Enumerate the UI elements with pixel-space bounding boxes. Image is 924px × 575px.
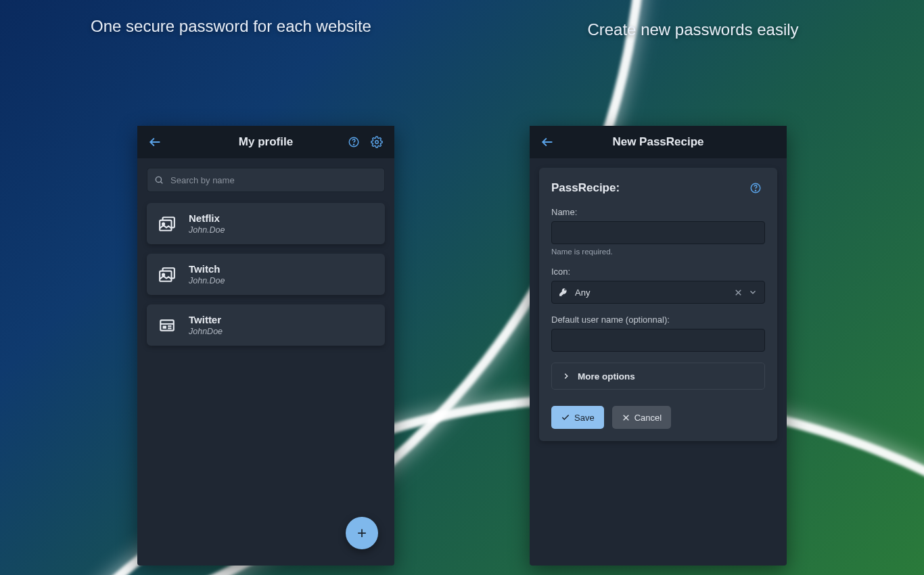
plus-icon: +: [357, 524, 367, 543]
svg-rect-12: [160, 320, 174, 330]
search-icon: [154, 175, 164, 185]
gear-icon[interactable]: [367, 133, 386, 152]
name-input[interactable]: [551, 221, 765, 244]
cancel-button[interactable]: Cancel: [612, 406, 671, 429]
save-label: Save: [574, 413, 595, 423]
item-name: Twitter: [189, 314, 223, 325]
search-input[interactable]: [170, 175, 377, 185]
close-icon: [622, 413, 630, 422]
list-item[interactable]: Twitter JohnDoe: [147, 304, 385, 346]
topbar: New PassRecipe: [530, 126, 787, 158]
key-icon: [559, 288, 568, 297]
form-card: PassRecipe: Name: Name is required. Icon…: [539, 168, 777, 441]
list-item[interactable]: Netflix John.Doe: [147, 203, 385, 244]
item-user: JohnDoe: [189, 327, 223, 336]
image-icon: [158, 265, 177, 284]
more-options-toggle[interactable]: More options: [551, 363, 765, 390]
cancel-label: Cancel: [634, 413, 662, 423]
phone-my-profile: My profile: [137, 126, 394, 566]
save-button[interactable]: Save: [551, 406, 604, 429]
topbar: My profile: [137, 126, 394, 158]
clear-icon[interactable]: [734, 288, 743, 297]
svg-line-5: [160, 181, 162, 183]
page-title: New PassRecipe: [530, 135, 787, 149]
svg-rect-14: [163, 325, 166, 328]
svg-point-4: [156, 177, 161, 182]
form-heading: PassRecipe:: [551, 181, 620, 195]
item-name: Twitch: [189, 263, 225, 275]
item-user: John.Doe: [189, 225, 225, 235]
back-icon[interactable]: [538, 133, 557, 152]
newspaper-icon: [158, 316, 177, 335]
caption-right: Create new passwords easily: [490, 14, 896, 39]
svg-point-19: [755, 190, 756, 191]
more-options-label: More options: [578, 371, 635, 382]
username-label: Default user name (optionnal):: [551, 315, 765, 325]
chevron-right-icon: [561, 371, 571, 381]
list-item[interactable]: Twitch John.Doe: [147, 254, 385, 295]
name-label: Name:: [551, 207, 765, 217]
help-icon[interactable]: [344, 133, 363, 152]
search-input-wrapper[interactable]: [147, 168, 385, 192]
item-name: Netflix: [189, 212, 225, 224]
help-icon[interactable]: [746, 179, 765, 198]
username-input[interactable]: [551, 329, 765, 352]
check-icon: [561, 413, 570, 422]
svg-point-3: [375, 141, 379, 144]
image-icon: [158, 214, 177, 233]
item-user: John.Doe: [189, 276, 225, 285]
svg-rect-10: [160, 271, 171, 281]
svg-rect-7: [160, 220, 171, 230]
caption-left: One secure password for each website: [28, 14, 434, 39]
icon-label: Icon:: [551, 267, 765, 277]
chevron-down-icon[interactable]: [748, 288, 758, 297]
svg-point-2: [353, 144, 354, 145]
icon-value: Any: [575, 288, 590, 298]
add-button[interactable]: +: [346, 517, 378, 549]
name-help: Name is required.: [551, 248, 765, 256]
phone-new-passrecipe: New PassRecipe PassRecipe: Name: Name is…: [530, 126, 787, 566]
back-icon[interactable]: [145, 133, 164, 152]
icon-select[interactable]: Any: [551, 281, 765, 304]
